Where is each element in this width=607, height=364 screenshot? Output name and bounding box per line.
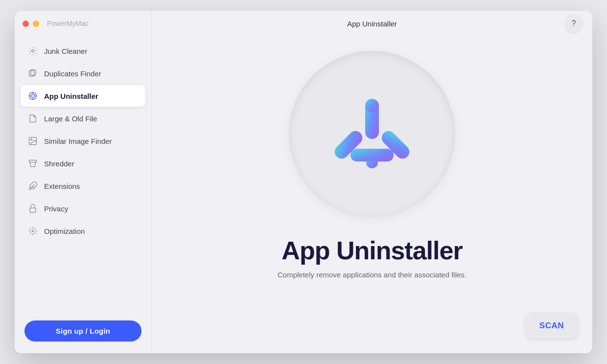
sidebar-item-shredder[interactable]: Shredder <box>21 153 145 174</box>
app-uninstaller-label: App Uninstaller <box>44 92 98 100</box>
optimization-label: Optimization <box>44 227 85 235</box>
svg-point-0 <box>32 50 34 52</box>
main-header: App Uninstaller ? <box>152 11 592 36</box>
app-uninstaller-icon <box>27 91 38 101</box>
large-old-file-label: Large & Old File <box>44 114 97 123</box>
extensions-label: Extensions <box>44 182 80 190</box>
sidebar-item-extensions[interactable]: Extensions <box>21 175 145 197</box>
duplicate-icon <box>27 68 38 79</box>
main-header-title: App Uninstaller <box>347 20 397 28</box>
scan-button[interactable]: SCAN <box>526 313 578 339</box>
optimization-icon <box>27 226 38 236</box>
gear-icon <box>27 46 38 56</box>
sidebar-item-privacy[interactable]: Privacy <box>21 198 145 219</box>
titlebar: PowerMyMac <box>15 11 151 36</box>
svg-point-4 <box>31 94 35 98</box>
content-text-block: App Uninstaller Completely remove applic… <box>278 237 467 279</box>
sidebar-item-similar-image-finder[interactable]: Similar Image Finder <box>21 130 145 152</box>
svg-point-19 <box>365 99 379 113</box>
image-icon <box>27 136 38 146</box>
app-uninstaller-big-icon <box>323 85 421 183</box>
traffic-red[interactable] <box>23 21 29 27</box>
app-window: PowerMyMac Junk Cleaner <box>15 11 592 353</box>
help-button[interactable]: ? <box>565 15 583 32</box>
app-name-label: PowerMyMac <box>47 20 89 27</box>
main-content: App Uninstaller ? <box>152 11 592 353</box>
feature-main-title: App Uninstaller <box>278 237 467 265</box>
privacy-icon <box>27 203 38 214</box>
svg-rect-14 <box>30 208 36 212</box>
nav-list: Junk Cleaner Duplicates Finder <box>15 36 151 313</box>
sidebar-item-large-old-file[interactable]: Large & Old File <box>21 108 145 129</box>
similar-image-label: Similar Image Finder <box>44 137 112 145</box>
sidebar-footer: Sign up / Login <box>15 313 151 353</box>
feature-description: Completely remove applications and their… <box>278 271 467 279</box>
shredder-label: Shredder <box>44 159 74 168</box>
sidebar-item-duplicates-finder[interactable]: Duplicates Finder <box>21 63 145 84</box>
sidebar-item-optimization[interactable]: Optimization <box>21 220 145 242</box>
extensions-icon <box>27 181 38 191</box>
svg-point-15 <box>32 230 33 231</box>
sidebar: PowerMyMac Junk Cleaner <box>15 11 152 353</box>
feature-icon-circle <box>289 51 455 217</box>
privacy-label: Privacy <box>44 205 68 213</box>
duplicates-finder-label: Duplicates Finder <box>44 69 101 78</box>
traffic-yellow[interactable] <box>33 21 39 27</box>
sidebar-item-junk-cleaner[interactable]: Junk Cleaner <box>21 40 145 62</box>
svg-rect-21 <box>350 149 394 161</box>
sidebar-item-app-uninstaller[interactable]: App Uninstaller <box>21 85 145 107</box>
signup-login-button[interactable]: Sign up / Login <box>24 320 141 341</box>
shredder-icon <box>27 158 38 169</box>
file-icon <box>27 113 38 124</box>
junk-cleaner-label: Junk Cleaner <box>44 47 87 55</box>
main-body: App Uninstaller Completely remove applic… <box>152 36 592 353</box>
svg-point-10 <box>31 139 32 140</box>
svg-rect-11 <box>29 160 37 162</box>
